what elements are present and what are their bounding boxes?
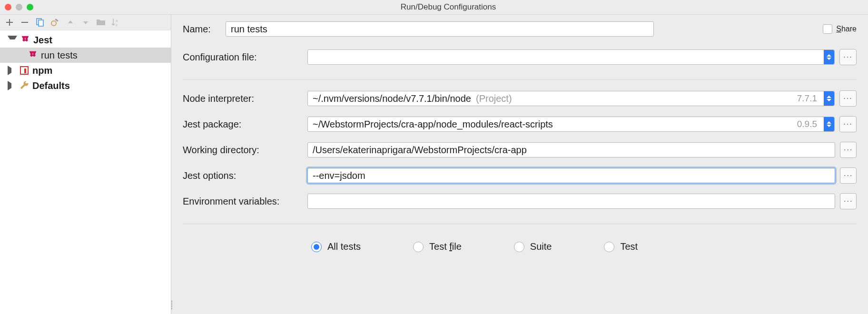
remove-configuration-button[interactable] <box>20 18 30 27</box>
window-zoom-button[interactable] <box>27 4 33 10</box>
window-titlebar: Run/Debug Configurations <box>0 0 868 15</box>
share-checkbox[interactable] <box>823 24 832 34</box>
node-interpreter-select[interactable]: ~/.nvm/versions/node/v7.7.1/bin/node (Pr… <box>307 91 835 106</box>
radio-test-file[interactable]: Test file <box>413 241 462 252</box>
jest-package-version: 0.9.5 <box>797 119 817 129</box>
npm-icon <box>19 65 30 76</box>
jest-options-input[interactable] <box>307 168 835 183</box>
jest-package-value: ~/WebstormProjects/cra-app/node_modules/… <box>313 119 553 130</box>
expand-toggle-icon[interactable] <box>8 81 16 90</box>
radio-label: All tests <box>327 241 361 252</box>
environment-variables-input[interactable] <box>307 194 835 209</box>
tree-node-npm[interactable]: npm <box>0 63 171 78</box>
jest-options-expand-button[interactable]: ··· <box>840 167 857 184</box>
jest-package-browse-button[interactable]: ··· <box>839 116 857 132</box>
sidebar-resize-handle[interactable] <box>169 298 174 312</box>
working-directory-browse-button[interactable]: ··· <box>840 142 857 158</box>
svg-text:a: a <box>116 19 118 23</box>
jest-icon <box>28 50 38 60</box>
svg-rect-8 <box>24 69 26 73</box>
radio-label: Test file <box>429 241 462 252</box>
tree-node-label: Defaults <box>32 80 70 91</box>
configurations-sidebar: az Jest run tests <box>0 15 171 314</box>
dropdown-arrows-icon <box>824 117 834 131</box>
svg-rect-2 <box>39 20 43 26</box>
tree-node-label: npm <box>32 65 52 76</box>
share-option[interactable]: Share <box>823 24 857 34</box>
radio-all-tests[interactable]: All tests <box>311 241 361 252</box>
run-debug-configurations-window: Run/Debug Configurations <box>0 0 868 314</box>
name-label: Name: <box>183 24 226 35</box>
name-input[interactable] <box>226 21 654 37</box>
jest-icon <box>20 35 30 45</box>
node-interpreter-hint: (Project) <box>476 93 512 104</box>
sidebar-toolbar: az <box>0 15 171 30</box>
add-configuration-button[interactable] <box>5 18 14 27</box>
test-scope-radios: All tests Test file Suite Test <box>183 241 857 252</box>
radio-button-icon <box>311 242 322 252</box>
folder-button[interactable] <box>96 18 106 27</box>
radio-test[interactable]: Test <box>604 241 638 252</box>
jest-package-label: Jest package: <box>183 119 307 130</box>
expand-toggle-icon[interactable] <box>8 36 17 44</box>
dropdown-arrows-icon <box>824 50 834 64</box>
expand-toggle-icon[interactable] <box>8 66 16 75</box>
tree-node-label: run tests <box>41 50 78 61</box>
radio-label: Suite <box>530 241 552 252</box>
svg-point-3 <box>51 21 56 26</box>
move-up-button[interactable] <box>66 18 75 27</box>
section-separator <box>183 79 857 80</box>
svg-text:z: z <box>116 23 118 27</box>
radio-suite[interactable]: Suite <box>514 241 552 252</box>
window-traffic-lights <box>5 4 33 10</box>
node-interpreter-browse-button[interactable]: ··· <box>839 90 857 107</box>
node-interpreter-version: 7.7.1 <box>797 93 817 104</box>
jest-options-label: Jest options: <box>183 170 307 181</box>
window-title: Run/Debug Configurations <box>33 2 863 12</box>
window-minimize-button[interactable] <box>16 4 22 10</box>
radio-button-icon <box>604 242 614 252</box>
configuration-file-browse-button[interactable]: ··· <box>839 49 857 65</box>
node-interpreter-label: Node interpreter: <box>183 93 307 104</box>
radio-button-icon <box>514 242 524 252</box>
tree-node-jest[interactable]: Jest <box>0 32 171 48</box>
working-directory-label: Working directory: <box>183 145 307 156</box>
radio-button-icon <box>413 242 424 252</box>
environment-variables-browse-button[interactable]: ··· <box>840 193 857 209</box>
environment-variables-label: Environment variables: <box>183 196 307 207</box>
svg-rect-0 <box>21 22 28 23</box>
dropdown-arrows-icon <box>824 91 834 106</box>
working-directory-input[interactable] <box>307 142 835 157</box>
window-close-button[interactable] <box>5 4 11 10</box>
radio-label: Test <box>620 241 638 252</box>
copy-configuration-button[interactable] <box>35 18 45 27</box>
sort-alpha-button[interactable]: az <box>111 18 121 27</box>
node-interpreter-value: ~/.nvm/versions/node/v7.7.1/bin/node <box>313 93 471 104</box>
jest-package-select[interactable]: ~/WebstormProjects/cra-app/node_modules/… <box>307 117 835 132</box>
tree-node-label: Jest <box>33 35 52 46</box>
share-label: Share <box>836 25 857 33</box>
tree-node-run-tests[interactable]: run tests <box>0 48 171 63</box>
configuration-file-label: Configuration file: <box>183 52 307 63</box>
configurations-tree[interactable]: Jest run tests npm <box>0 30 171 93</box>
move-down-button[interactable] <box>81 18 90 27</box>
configuration-file-select[interactable] <box>307 49 835 65</box>
tree-node-defaults[interactable]: Defaults <box>0 78 171 93</box>
configuration-form: Name: Share Configuration file: ··· <box>171 15 868 314</box>
wrench-icon <box>19 80 30 91</box>
section-separator <box>183 224 857 224</box>
edit-defaults-button[interactable] <box>50 18 60 27</box>
